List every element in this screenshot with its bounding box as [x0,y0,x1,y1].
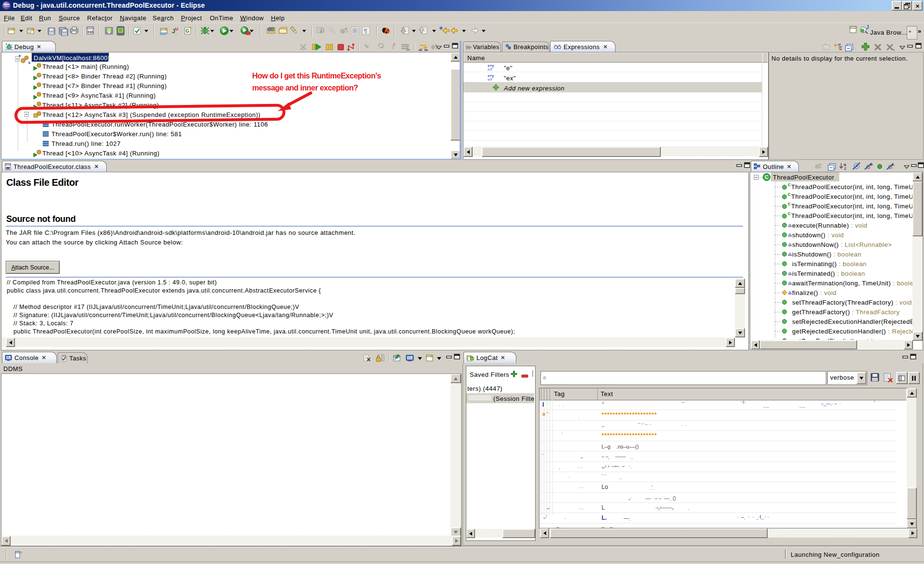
svg-text:✦: ✦ [20,551,23,555]
svg-text:y: y [559,43,561,47]
svg-text:✦: ✦ [189,26,192,30]
svg-text:✦: ✦ [430,354,434,359]
svg-text:010: 010 [88,30,93,34]
svg-text:c: c [788,201,791,206]
svg-text:010: 010 [6,167,11,169]
svg-text:=?: =? [488,67,492,71]
svg-text:c: c [788,182,791,187]
svg-text:c: c [788,211,791,216]
svg-text:✳: ✳ [439,26,443,31]
svg-text:✦: ✦ [855,25,859,30]
svg-text:c: c [788,192,791,197]
svg-text:z: z [844,166,847,171]
svg-text:L: L [892,162,895,167]
svg-text:J: J [866,25,869,30]
svg-text:¶: ¶ [364,27,367,35]
svg-text:S: S [870,162,873,167]
svg-text:x: x [554,43,556,47]
svg-text:=?: =? [488,77,492,81]
svg-text:C: C [765,174,769,180]
svg-text:ˬ: ˬ [176,31,177,35]
